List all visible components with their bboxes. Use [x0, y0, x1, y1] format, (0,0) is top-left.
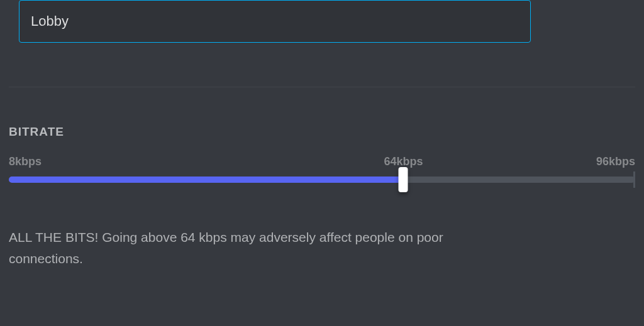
bitrate-label-mid: 64kbps: [384, 155, 423, 168]
bitrate-label-min: 8kbps: [9, 155, 42, 168]
bitrate-heading: BITRATE: [9, 125, 635, 139]
bitrate-section: BITRATE 8kbps 64kbps 96kbps ALL THE BITS…: [0, 125, 644, 269]
bitrate-slider-labels: 8kbps 64kbps 96kbps: [9, 155, 635, 171]
channel-name-input[interactable]: [19, 0, 531, 43]
bitrate-description: ALL THE BITS! Going above 64 kbps may ad…: [9, 227, 499, 269]
bitrate-slider-thumb[interactable]: [399, 167, 408, 192]
bitrate-slider-tick-max: [633, 171, 635, 188]
bitrate-slider-container: 8kbps 64kbps 96kbps: [9, 155, 635, 205]
bitrate-label-max: 96kbps: [596, 155, 635, 168]
bitrate-slider-fill: [9, 177, 403, 183]
section-divider: [9, 87, 635, 87]
bitrate-slider-track[interactable]: [9, 177, 635, 183]
